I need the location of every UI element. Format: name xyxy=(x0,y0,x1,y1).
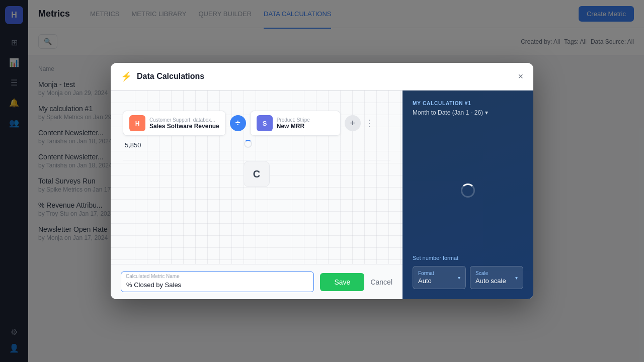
panel-spinner xyxy=(461,184,475,198)
chevron-down-icon: ▾ xyxy=(485,109,488,116)
right-metric-text: Product: Stripe New MRR xyxy=(277,117,310,130)
more-options-icon[interactable]: ⋮ xyxy=(365,118,374,129)
panel-bottom: Set number format Format Auto ▾ xyxy=(413,255,523,289)
format-value: Auto xyxy=(418,277,434,285)
svg-text:S: S xyxy=(262,120,267,127)
scale-select-inner: Scale Auto scale xyxy=(475,270,506,285)
format-controls: Format Auto ▾ Scale Auto scale ▾ xyxy=(413,266,523,289)
modal-title: Data Calculations xyxy=(137,72,204,81)
cancel-button[interactable]: Cancel xyxy=(370,278,392,286)
formula-divider xyxy=(123,160,390,160)
canvas-content: H Customer Support: databox... Sales Sof… xyxy=(111,90,403,264)
left-metric-source: Customer Support: databox... xyxy=(149,117,219,123)
lightning-icon: ⚡ xyxy=(121,71,132,82)
right-panel: MY CALCULATION #1 Month to Date (Jan 1 -… xyxy=(403,90,533,299)
left-metric-block[interactable]: H Customer Support: databox... Sales Sof… xyxy=(123,111,226,136)
left-metric-name: Sales Software Revenue xyxy=(149,123,219,130)
panel-loading xyxy=(413,126,523,255)
scale-chevron-icon: ▾ xyxy=(515,275,518,281)
metric-name-label: Calculated Metric Name xyxy=(126,274,180,279)
stripe-icon: S xyxy=(257,115,273,131)
modal-body: H Customer Support: databox... Sales Sof… xyxy=(111,90,533,299)
left-metric-text: Customer Support: databox... Sales Softw… xyxy=(149,117,219,130)
modal-overlay: ⚡ Data Calculations × H xyxy=(0,0,644,362)
modal-header: ⚡ Data Calculations × xyxy=(111,63,533,90)
save-button[interactable]: Save xyxy=(320,273,364,291)
result-block: C xyxy=(244,161,270,187)
value-row: 5,850 xyxy=(123,140,390,150)
close-button[interactable]: × xyxy=(518,72,523,81)
operator-button[interactable]: ÷ xyxy=(230,115,246,131)
panel-date-selector[interactable]: Month to Date (Jan 1 - 26) ▾ xyxy=(413,109,523,116)
scale-label: Scale xyxy=(475,270,506,276)
svg-text:H: H xyxy=(135,120,140,127)
scale-value: Auto scale xyxy=(475,277,506,285)
date-range-text: Month to Date (Jan 1 - 26) xyxy=(413,109,483,116)
format-select[interactable]: Format Auto ▾ xyxy=(413,266,466,289)
right-metric-loading xyxy=(244,140,252,150)
metric-name-wrapper: Calculated Metric Name xyxy=(121,272,314,292)
data-calculations-modal: ⚡ Data Calculations × H xyxy=(111,63,533,299)
modal-footer: Calculated Metric Name Save Cancel xyxy=(111,264,403,299)
add-metric-button[interactable]: + xyxy=(345,115,361,131)
formula-row: H Customer Support: databox... Sales Sof… xyxy=(123,111,390,136)
hubspot-icon: H xyxy=(129,115,145,131)
format-label: Format xyxy=(418,270,434,276)
left-metric-value: 5,850 xyxy=(125,141,218,149)
format-chevron-icon: ▾ xyxy=(458,275,460,281)
panel-tab-label: MY CALCULATION #1 xyxy=(413,101,523,106)
format-select-inner: Format Auto xyxy=(418,270,434,285)
right-metric-name: New MRR xyxy=(277,123,310,130)
right-metric-block[interactable]: S Product: Stripe New MRR xyxy=(250,111,341,136)
format-section-label: Set number format xyxy=(413,255,523,261)
scale-select[interactable]: Scale Auto scale ▾ xyxy=(470,266,523,289)
right-metric-source: Product: Stripe xyxy=(277,117,310,123)
canvas-area: H Customer Support: databox... Sales Sof… xyxy=(111,90,403,299)
